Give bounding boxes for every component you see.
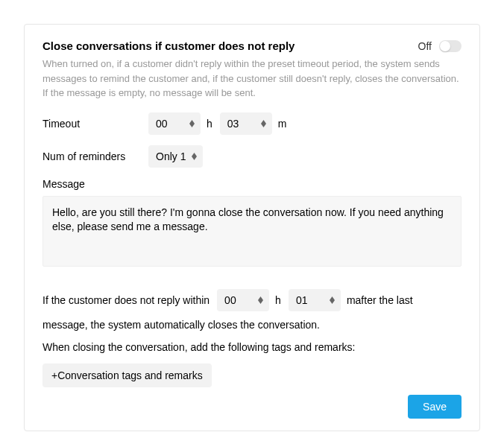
message-textarea[interactable] [42, 196, 462, 267]
header-row: Close conversations if customer does not… [42, 39, 462, 52]
message-label: Message [42, 178, 462, 190]
toggle-switch[interactable] [439, 40, 462, 52]
stepper-arrows-icon [261, 120, 266, 127]
unit-hours: h [207, 118, 212, 130]
reminders-row: Num of reminders Only 1 [42, 145, 462, 168]
stepper-value: 00 [156, 118, 168, 130]
unit-minutes: m [278, 118, 287, 130]
toggle-knob [440, 41, 450, 51]
dropdown-value: Only 1 [156, 150, 186, 162]
settings-card: Close conversations if customer does not… [24, 24, 480, 431]
stepper-arrows-icon [192, 153, 197, 160]
setting-description: When turned on, if a customer didn't rep… [42, 57, 462, 101]
timeout-row: Timeout 00 h 03 m [42, 112, 462, 135]
reminders-label: Num of reminders [42, 150, 148, 162]
stepper-value: 01 [296, 294, 308, 306]
unit-hours: h [275, 294, 281, 306]
save-button[interactable]: Save [408, 395, 462, 419]
auto-close-text-before: If the customer does not reply within [42, 294, 210, 306]
tags-label: When closing the conversation, add the f… [42, 341, 462, 353]
reminders-dropdown[interactable]: Only 1 [148, 145, 203, 168]
stepper-value: 03 [227, 118, 239, 130]
autoclose-hours-stepper[interactable]: 00 [217, 289, 269, 311]
stepper-value: 00 [224, 294, 236, 306]
stepper-arrows-icon [330, 296, 335, 304]
footer: Save [42, 395, 462, 419]
stepper-arrows-icon [258, 296, 263, 304]
auto-close-row-2: message, the system automatically closes… [42, 319, 462, 331]
auto-close-row-1: If the customer does not reply within 00… [42, 289, 462, 311]
toggle-state-label: Off [418, 40, 432, 52]
timeout-minutes-stepper[interactable]: 03 [220, 112, 272, 135]
toggle-wrap: Off [418, 40, 462, 52]
add-tags-button-label: +Conversation tags and remarks [51, 369, 203, 381]
setting-title: Close conversations if customer does not… [42, 39, 294, 52]
timeout-label: Timeout [42, 118, 148, 130]
stepper-arrows-icon [189, 120, 195, 127]
autoclose-minutes-stepper[interactable]: 01 [289, 289, 341, 311]
timeout-hours-stepper[interactable]: 00 [148, 112, 201, 135]
add-tags-button[interactable]: +Conversation tags and remarks [42, 363, 212, 387]
auto-close-text-after: mafter the last [347, 294, 413, 306]
